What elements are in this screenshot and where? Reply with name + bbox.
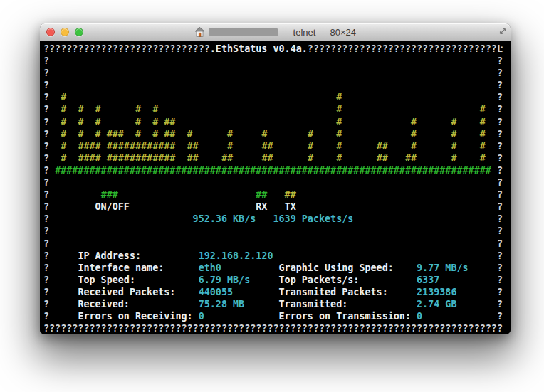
terminal-row: ? ? xyxy=(43,67,511,79)
window-title: — telnet — 80×24 xyxy=(281,27,356,38)
titlebar[interactable]: — telnet — 80×24 xyxy=(40,23,511,41)
terminal-row: ? # # # # # ## # # # # ? xyxy=(43,116,511,128)
terminal-screen[interactable]: ?????????????????????????????.EthStatus … xyxy=(40,41,511,334)
terminal-row: ? # # # # # # # ? xyxy=(43,103,511,115)
terminal-row: ? ### ## ## ? xyxy=(43,189,511,201)
terminal-row: ? Errors on Receiving: 0 Errors on Trans… xyxy=(43,310,511,322)
terminal-row: ? # #### ############ ## # ## # # ## # #… xyxy=(43,140,511,152)
terminal-row: ? ? xyxy=(43,238,511,250)
redacted-hostname xyxy=(209,28,278,36)
terminal-row: ? ON/OFF RX TX ? xyxy=(43,201,511,213)
terminal-row: ? ######################################… xyxy=(43,164,511,176)
terminal-row: ? ? xyxy=(43,176,511,189)
terminal-row: ?????????????????????????????.EthStatus … xyxy=(43,43,511,55)
terminal-window: — telnet — 80×24 ???????????????????????… xyxy=(40,23,511,334)
home-icon[interactable] xyxy=(194,27,205,37)
terminal-row: ? # #### ############ ## ## ## # # ## ##… xyxy=(43,152,511,164)
terminal-row: ????????????????????????????????????????… xyxy=(43,322,511,334)
terminal-row: ? 952.36 KB/s 1639 Packets/s ? xyxy=(43,213,511,225)
terminal-row: ? Received Packets: 440055 Transmited Pa… xyxy=(43,286,511,298)
terminal-row: ? Received: 75.28 MB Transmitted: 2.74 G… xyxy=(43,298,511,310)
desktop: — telnet — 80×24 ???????????????????????… xyxy=(0,0,544,392)
zoom-button[interactable] xyxy=(75,28,83,36)
terminal-row: ? IP Address: 192.168.2.120 ? xyxy=(43,250,511,262)
terminal-row: ? Top Speed: 6.79 MB/s Top Packets/s: 63… xyxy=(43,274,511,286)
close-button[interactable] xyxy=(46,28,55,36)
terminal-row: ? ? xyxy=(43,79,511,91)
minimize-button[interactable] xyxy=(61,28,69,36)
terminal-row: ? # # # ### # # ## # # # # # # # # ? xyxy=(43,128,511,140)
resize-diagonal-icon[interactable] xyxy=(498,27,507,36)
terminal-row: ? Interface name: eth0 Graphic Using Spe… xyxy=(43,262,511,274)
terminal-row: ? ? xyxy=(43,55,511,67)
terminal-row: ? # # ? xyxy=(43,91,511,103)
terminal-row: ? ? xyxy=(43,225,511,237)
